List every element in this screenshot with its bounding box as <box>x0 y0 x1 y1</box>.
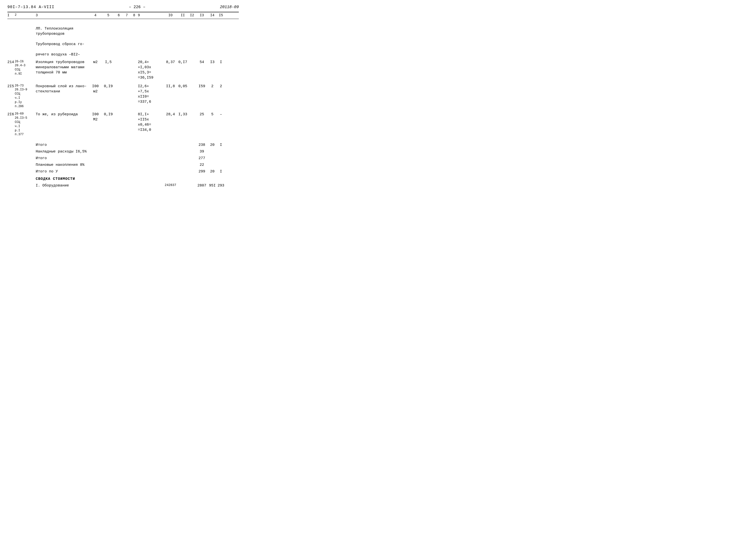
page-header: 90I–7–13.84 A–VIII – 226 – 20118-09 <box>7 5 239 10</box>
summary-row: СВОДКА СТОИМОСТИ <box>7 175 239 182</box>
summary-row: Итого по У 299 20 I <box>7 168 239 175</box>
summary-col13: 22 <box>196 162 208 167</box>
col-header-6: 6 <box>114 13 123 18</box>
summary-label: I. Оборудование <box>36 183 89 188</box>
summary-col14: 20 <box>208 142 217 148</box>
col-header-14: I4 <box>208 13 217 18</box>
summary-row: I. Оборудование 242837 2807 95I 293 <box>7 182 239 189</box>
row-col15: – <box>217 112 225 117</box>
row-id: 2I5 <box>7 84 15 89</box>
summary-row: Итого 277 <box>7 155 239 162</box>
table-row: 2I6 26–69 26.I3–5 ССЦ ч.I р.I п.377 То ж… <box>7 109 239 138</box>
row-col11: 0,05 <box>177 84 188 89</box>
row-col13: I59 <box>196 84 208 89</box>
row-unit: I00 м2 <box>89 84 102 94</box>
summary-row: Плановые накопления 8% 22 <box>7 162 239 168</box>
row-col9: 20,4+ +I,03x xI5,3= =36,I59 <box>138 60 164 80</box>
table-row: 214 26–I6 20.4–3 ССЦ п.9I Изоляция трубо… <box>7 58 239 81</box>
summary-col14: 20 <box>208 169 217 174</box>
row-col9: 8I,I+ +II5x x0,46= =I34,0 <box>138 112 164 133</box>
row-col14: I3 <box>208 60 217 65</box>
summary-col15: I <box>217 142 225 148</box>
section-title: ЛП. Теплоизоляция трубопроводов Трубопро… <box>36 21 89 57</box>
summary-col15: I <box>217 169 225 174</box>
row-col10: II,8 <box>164 84 177 89</box>
summary-col13: 2807 <box>196 183 208 188</box>
table-body: 214 26–I6 20.4–3 ССЦ п.9I Изоляция трубо… <box>7 58 239 138</box>
summary-col13: 39 <box>196 149 208 154</box>
row-col14: 5 <box>208 112 217 117</box>
summary-label: СВОДКА СТОИМОСТИ <box>36 176 89 181</box>
summary-col14: 95I <box>208 183 217 188</box>
summary-row: Накладные расходы I6,5% 39 <box>7 148 239 155</box>
summary-col15: 293 <box>217 183 225 188</box>
column-headers: I 2 3 4 5 6 7 8 9 IO II I2 I3 I4 I5 <box>7 12 239 19</box>
row-col9: I2,6+ +7,5x xII0= =337,6 <box>138 84 164 104</box>
page-number: – 226 – <box>129 5 145 9</box>
col-header-8: 8 <box>130 13 138 18</box>
col-header-13: I3 <box>196 13 208 18</box>
row-col14: 2 <box>208 84 217 89</box>
row-col15: 2 <box>217 84 225 89</box>
summary-label: Плановые накопления 8% <box>36 162 89 167</box>
row-col13: 54 <box>196 60 208 65</box>
row-ref: 26–I6 20.4–3 ССЦ п.9I <box>15 60 36 76</box>
row-col10: 28,4 <box>164 112 177 117</box>
col-header-10: IO <box>164 13 177 18</box>
summary-label: Накладные расходы I6,5% <box>36 149 89 154</box>
row-id: 2I6 <box>7 112 15 117</box>
col-header-2: 2 <box>15 13 36 18</box>
col-header-7: 7 <box>123 13 130 18</box>
row-unit: м2 <box>89 60 102 65</box>
row-col5: 0,I9 <box>102 84 114 89</box>
section-header: ЛП. Теплоизоляция трубопроводов Трубопро… <box>7 19 239 58</box>
row-col13: 25 <box>196 112 208 117</box>
col-header-4: 4 <box>89 13 102 18</box>
summary-label: Итого <box>36 142 89 148</box>
summary-col13: 277 <box>196 156 208 161</box>
col-header-12: I2 <box>188 13 196 18</box>
doc-number: 90I–7–13.84 A–VIII <box>7 5 55 9</box>
summary-label: Итого по У <box>36 169 89 174</box>
row-col5: I,5 <box>102 60 114 65</box>
summary-col13: 299 <box>196 169 208 174</box>
row-ref: 26–69 26.I3–5 ССЦ ч.I р.I п.377 <box>15 112 36 137</box>
doc-code: 20118-09 <box>220 5 239 9</box>
summary-section: Итого 238 20 I Накладные расходы I6,5% 3… <box>7 142 239 189</box>
col-header-1: I <box>7 13 15 18</box>
row-col11: I,33 <box>177 112 188 117</box>
summary-label: Итого <box>36 156 89 161</box>
summary-col13: 238 <box>196 142 208 148</box>
col-header-9: 9 <box>138 13 164 18</box>
row-description: Покровный слой из лако-стеклоткани <box>36 84 89 94</box>
row-description: Изоляция трубопроводов минераловатными м… <box>36 60 89 75</box>
row-col11: 0,I7 <box>177 60 188 65</box>
col-header-15: I5 <box>217 13 225 18</box>
col-header-3: 3 <box>36 13 89 18</box>
table-row: 2I5 26–73 26.I3–9 ССЦ ч.I р.Iу п.206 Пок… <box>7 81 239 109</box>
col-header-5: 5 <box>102 13 114 18</box>
row-col15: I <box>217 60 225 65</box>
row-description: То же, из рубероида <box>36 112 89 117</box>
row-col10: 8,37 <box>164 60 177 65</box>
row-id: 214 <box>7 60 15 65</box>
summary-col10: 242837 <box>164 183 177 187</box>
row-ref: 26–73 26.I3–9 ССЦ ч.I р.Iу п.206 <box>15 84 36 109</box>
row-col5: 0,I9 <box>102 112 114 117</box>
col-header-11: II <box>177 13 188 18</box>
row-unit: I00 M2 <box>89 112 102 122</box>
summary-row: Итого 238 20 I <box>7 142 239 148</box>
